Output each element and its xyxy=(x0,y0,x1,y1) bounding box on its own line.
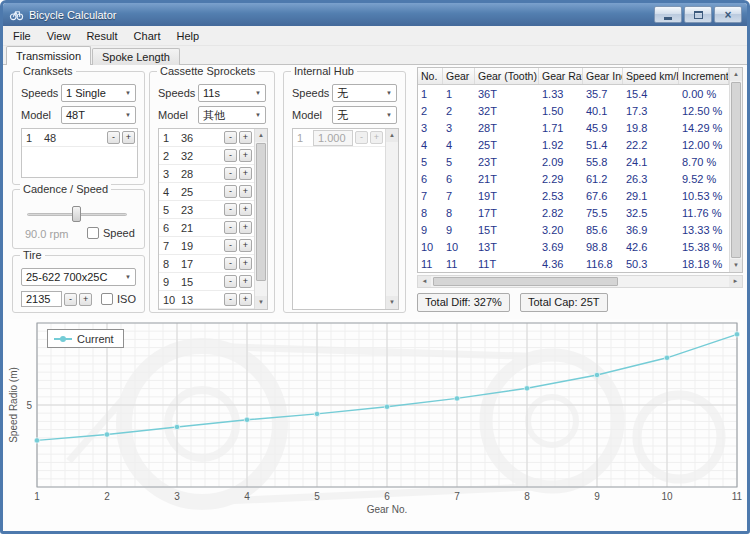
column-header[interactable]: Gear (Tooth) xyxy=(475,68,539,84)
increment-button[interactable]: + xyxy=(122,131,135,144)
increment-button[interactable]: + xyxy=(239,239,252,252)
scroll-right-icon[interactable]: ► xyxy=(729,276,742,287)
table-cell: 12.50 % xyxy=(679,105,729,117)
table-row[interactable]: 101013T3.6998.842.615.38 % xyxy=(418,238,729,255)
cassette-scrollbar[interactable]: ▲ ▼ xyxy=(254,129,267,309)
decrement-button[interactable]: - xyxy=(224,167,237,180)
row-index: 10 xyxy=(161,294,179,306)
hub-model-select[interactable]: 无 ▼ xyxy=(332,106,397,124)
minimize-button[interactable] xyxy=(654,6,682,23)
increment-button[interactable]: + xyxy=(239,203,252,216)
column-header[interactable]: Gear xyxy=(443,68,475,84)
table-row[interactable]: 4425T1.9251.422.212.00 % xyxy=(418,136,729,153)
menu-view[interactable]: View xyxy=(39,30,79,42)
menu-result[interactable]: Result xyxy=(78,30,125,42)
increment-button[interactable]: + xyxy=(239,293,252,306)
decrement-button[interactable]: - xyxy=(224,275,237,288)
tire-model-select[interactable]: 25-622 700x25C ▼ xyxy=(21,268,136,286)
titlebar[interactable]: Bicycle Calculator × xyxy=(3,3,747,26)
cassette-speeds-select[interactable]: 11s ▼ xyxy=(198,84,266,102)
scrollbar-thumb[interactable] xyxy=(433,277,618,286)
iso-checkbox[interactable] xyxy=(101,293,113,305)
column-header[interactable]: Speed km/h xyxy=(623,68,679,84)
horizontal-scrollbar[interactable]: ◄ ► xyxy=(417,275,743,288)
cassette-table: 136-+ 232-+ 328-+ 425-+ 523-+ 621-+ 719-… xyxy=(158,128,268,310)
decrement-button[interactable]: - xyxy=(224,131,237,144)
column-header[interactable]: Gear Ratio xyxy=(539,68,583,84)
selected-value: 11s xyxy=(199,87,251,99)
table-cell: 12.00 % xyxy=(679,139,729,151)
hub-scrollbar[interactable]: ▲ ▼ xyxy=(385,129,398,309)
table-row[interactable]: 3328T1.7145.919.814.29 % xyxy=(418,119,729,136)
table-row[interactable]: 5523T2.0955.824.18.70 % xyxy=(418,153,729,170)
cassette-row: 328-+ xyxy=(159,165,254,183)
table-cell: 7 xyxy=(418,190,443,202)
menu-help[interactable]: Help xyxy=(168,30,207,42)
table-row[interactable]: 2232T1.5040.117.312.50 % xyxy=(418,102,729,119)
scroll-down-icon[interactable]: ▼ xyxy=(730,259,742,272)
cadence-slider[interactable] xyxy=(27,206,127,222)
table-row[interactable]: 111111T4.36116.850.318.18 % xyxy=(418,255,729,272)
maximize-button[interactable] xyxy=(684,6,712,23)
increment-button[interactable]: + xyxy=(239,167,252,180)
scroll-up-icon[interactable]: ▲ xyxy=(730,68,742,81)
scroll-up-icon[interactable]: ▲ xyxy=(386,129,398,142)
row-index: 9 xyxy=(161,276,179,288)
menu-file[interactable]: File xyxy=(5,30,39,42)
table-row[interactable]: 1136T1.3335.715.40.00 % xyxy=(418,85,729,102)
svg-text:3: 3 xyxy=(174,491,180,502)
scrollbar-thumb[interactable] xyxy=(731,82,741,258)
decrement-button[interactable]: - xyxy=(224,203,237,216)
increment-button[interactable]: + xyxy=(239,149,252,162)
increment-button[interactable]: + xyxy=(79,293,92,306)
decrement-button[interactable]: - xyxy=(224,293,237,306)
results-header[interactable]: No. Gear Gear (Tooth) Gear Ratio Gear In… xyxy=(418,68,729,85)
cassette-model-select[interactable]: 其他 ▼ xyxy=(198,106,266,124)
slider-thumb[interactable] xyxy=(72,206,81,222)
column-header[interactable]: Increment xyxy=(679,68,729,84)
table-row[interactable]: 9915T3.2085.636.913.33 % xyxy=(418,221,729,238)
scroll-down-icon[interactable]: ▼ xyxy=(255,296,267,309)
scroll-down-icon[interactable]: ▼ xyxy=(386,296,398,309)
menu-chart[interactable]: Chart xyxy=(126,30,169,42)
tab-transmission[interactable]: Transmission xyxy=(6,46,91,65)
scroll-left-icon[interactable]: ◄ xyxy=(418,276,431,287)
table-cell: 28T xyxy=(475,122,539,134)
crankset-model-select[interactable]: 48T ▼ xyxy=(61,106,136,124)
model-label: Model xyxy=(158,109,198,121)
decrement-button[interactable]: - xyxy=(224,257,237,270)
svg-text:11: 11 xyxy=(732,491,743,502)
decrement-button[interactable]: - xyxy=(64,293,77,306)
decrement-button[interactable]: - xyxy=(224,185,237,198)
close-button[interactable]: × xyxy=(714,6,742,23)
scrollbar-thumb[interactable] xyxy=(256,143,266,281)
chevron-down-icon: ▼ xyxy=(121,274,135,280)
decrement-button[interactable]: - xyxy=(224,221,237,234)
column-header[interactable]: Gear Inch xyxy=(583,68,623,84)
table-row[interactable]: 6621T2.2961.226.39.52 % xyxy=(418,170,729,187)
increment-button[interactable]: + xyxy=(239,221,252,234)
increment-button[interactable]: + xyxy=(239,131,252,144)
row-index: 8 xyxy=(161,258,179,270)
scrollbar-track[interactable] xyxy=(431,276,729,287)
gear-chart: 12345678910115Gear No.Speed Radio (m) xyxy=(7,319,743,530)
results-scrollbar[interactable]: ▲ ▼ xyxy=(729,68,742,272)
increment-button[interactable]: + xyxy=(239,275,252,288)
increment-button[interactable]: + xyxy=(239,185,252,198)
decrement-button[interactable]: - xyxy=(224,149,237,162)
decrement-button[interactable]: - xyxy=(224,239,237,252)
table-cell: 75.5 xyxy=(583,207,623,219)
table-cell: 4.36 xyxy=(539,258,583,270)
tab-spoke-length[interactable]: Spoke Length xyxy=(92,48,180,65)
increment-button[interactable]: + xyxy=(239,257,252,270)
table-row[interactable]: 8817T2.8275.532.511.76 % xyxy=(418,204,729,221)
column-header[interactable]: No. xyxy=(418,68,443,84)
decrement-button[interactable]: - xyxy=(107,131,120,144)
table-cell: 25T xyxy=(475,139,539,151)
tire-circumference-field[interactable]: 2135 xyxy=(21,291,62,307)
crankset-speeds-select[interactable]: 1 Single ▼ xyxy=(61,84,136,102)
hub-speeds-select[interactable]: 无 ▼ xyxy=(332,84,397,102)
table-row[interactable]: 7719T2.5367.629.110.53 % xyxy=(418,187,729,204)
speed-checkbox[interactable] xyxy=(87,227,99,239)
scroll-up-icon[interactable]: ▲ xyxy=(255,129,267,142)
